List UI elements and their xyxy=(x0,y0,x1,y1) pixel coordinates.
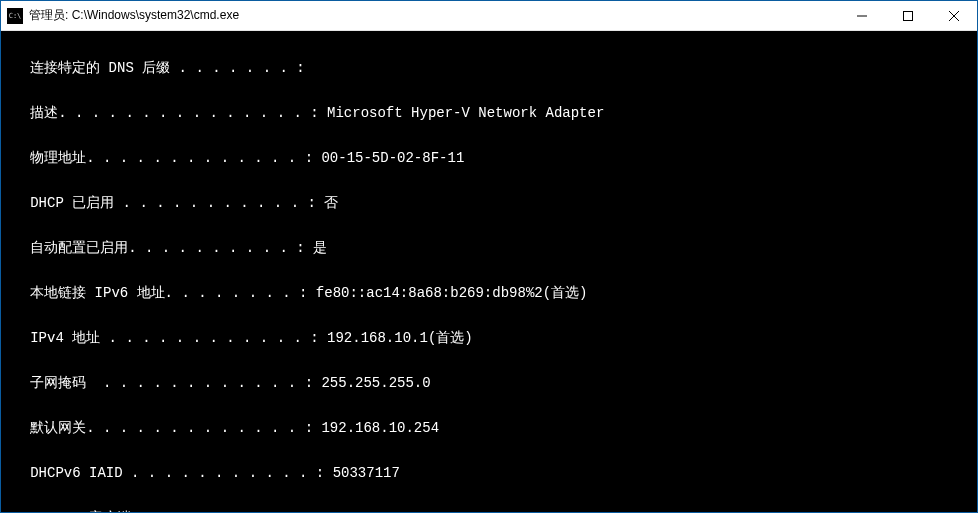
gateway-value: 192.168.10.254 xyxy=(321,420,439,436)
window-controls xyxy=(839,1,977,30)
window-title: 管理员: C:\Windows\system32\cmd.exe xyxy=(29,7,839,24)
description-value: Microsoft Hyper-V Network Adapter xyxy=(327,105,604,121)
output-line: 描述. . . . . . . . . . . . . . . : Micros… xyxy=(5,106,973,121)
subnet-value: 255.255.255.0 xyxy=(321,375,430,391)
output-line: 本地链接 IPv6 地址. . . . . . . . : fe80::ac14… xyxy=(5,286,973,301)
duid-value: 00-01-00-01-22-A6-CA-8A-00-15-5D-02-8F-1… xyxy=(324,510,668,512)
output-line: 默认网关. . . . . . . . . . . . . : 192.168.… xyxy=(5,421,973,436)
titlebar[interactable]: C:\ 管理员: C:\Windows\system32\cmd.exe xyxy=(1,1,977,31)
ipv6-value: fe80::ac14:8a68:b269:db98%2(首选) xyxy=(316,285,588,301)
output-line: IPv4 地址 . . . . . . . . . . . . : 192.16… xyxy=(5,331,973,346)
output-line: DHCPv6 客户端 DUID . . . . . . . : 00-01-00… xyxy=(5,511,973,512)
cmd-icon: C:\ xyxy=(7,8,23,24)
ipv4-value: 192.168.10.1(首选) xyxy=(327,330,473,346)
terminal-output[interactable]: 连接特定的 DNS 后缀 . . . . . . . : 描述. . . . .… xyxy=(1,31,977,512)
output-line: 物理地址. . . . . . . . . . . . . : 00-15-5D… xyxy=(5,151,973,166)
mac-address-value: 00-15-5D-02-8F-11 xyxy=(321,150,464,166)
svg-rect-1 xyxy=(904,11,913,20)
auto-config-value: 是 xyxy=(313,240,327,256)
minimize-button[interactable] xyxy=(839,1,885,30)
output-line: DHCP 已启用 . . . . . . . . . . . : 否 xyxy=(5,196,973,211)
output-line: 子网掩码 . . . . . . . . . . . . : 255.255.2… xyxy=(5,376,973,391)
cmd-window: C:\ 管理员: C:\Windows\system32\cmd.exe 连接特… xyxy=(0,0,978,513)
output-line: 连接特定的 DNS 后缀 . . . . . . . : xyxy=(5,61,973,76)
close-button[interactable] xyxy=(931,1,977,30)
output-line: DHCPv6 IAID . . . . . . . . . . . : 5033… xyxy=(5,466,973,481)
dhcp-value: 否 xyxy=(324,195,338,211)
maximize-button[interactable] xyxy=(885,1,931,30)
output-line: 自动配置已启用. . . . . . . . . . : 是 xyxy=(5,241,973,256)
iaid-value: 50337117 xyxy=(333,465,400,481)
